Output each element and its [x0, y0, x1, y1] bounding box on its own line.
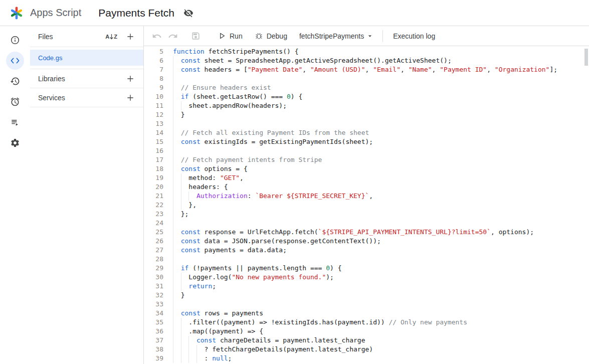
- code-line[interactable]: }: [173, 110, 589, 119]
- code-line[interactable]: .map((payment) => {: [173, 327, 589, 336]
- line-number[interactable]: 19: [144, 173, 173, 183]
- line-number[interactable]: 30: [144, 273, 173, 282]
- line-number[interactable]: 37: [144, 336, 173, 345]
- line-number[interactable]: 36: [144, 327, 173, 336]
- code-line[interactable]: [173, 255, 589, 264]
- code-line[interactable]: // Fetch payment intents from Stripe: [173, 155, 589, 164]
- code-line[interactable]: ? fetchChargeDetails(payment.latest_char…: [173, 345, 589, 354]
- line-number[interactable]: 23: [144, 210, 173, 219]
- code-line[interactable]: },: [173, 201, 589, 210]
- line-number[interactable]: 28: [144, 255, 173, 264]
- add-library-button[interactable]: [124, 73, 136, 85]
- line-number[interactable]: 33: [144, 300, 173, 309]
- line-number[interactable]: 25: [144, 228, 173, 237]
- editor-toolbar: Run Debug fetchStripePayments Execution …: [144, 26, 589, 46]
- line-number[interactable]: 22: [144, 201, 173, 210]
- code-line[interactable]: const existingIds = getExistingPaymentId…: [173, 137, 589, 146]
- line-number[interactable]: 39: [144, 354, 173, 363]
- line-number[interactable]: 24: [144, 219, 173, 228]
- debug-button[interactable]: Debug: [250, 29, 292, 43]
- brand-name[interactable]: Apps Script: [30, 7, 81, 19]
- code-line[interactable]: const payments = data.data;: [173, 246, 589, 255]
- code-token-plain-text: .filter((payment) => !existingIds.has(pa…: [173, 318, 388, 326]
- add-file-button[interactable]: [124, 31, 136, 43]
- line-number[interactable]: 7: [144, 65, 173, 74]
- redo-button[interactable]: [166, 30, 179, 43]
- add-service-button[interactable]: [124, 92, 136, 104]
- line-number[interactable]: 26: [144, 237, 173, 246]
- code-line[interactable]: Authorization: `Bearer ${STRIPE_SECRET_K…: [173, 192, 589, 201]
- code-line[interactable]: return;: [173, 282, 589, 291]
- code-token-string: "Organization": [495, 66, 550, 73]
- save-project-button[interactable]: [189, 30, 202, 43]
- sidebar-item-project-history[interactable]: [6, 72, 24, 90]
- code-line[interactable]: // Fetch all existing Payment IDs from t…: [173, 128, 589, 137]
- line-number[interactable]: 15: [144, 137, 173, 146]
- line-number[interactable]: 14: [144, 128, 173, 137]
- line-number[interactable]: 21: [144, 192, 173, 201]
- code-line[interactable]: [173, 119, 589, 128]
- sort-files-icon[interactable]: AZ: [105, 34, 117, 40]
- apps-script-logo-icon[interactable]: [8, 5, 25, 22]
- code-line[interactable]: // Ensure headers exist: [173, 83, 589, 92]
- code-editor[interactable]: 5678910111213141516171819202122232425262…: [144, 46, 589, 364]
- line-number[interactable]: 20: [144, 183, 173, 192]
- line-number[interactable]: 16: [144, 146, 173, 155]
- code-line[interactable]: method: "GET",: [173, 173, 589, 183]
- code-line[interactable]: };: [173, 210, 589, 219]
- line-number[interactable]: 17: [144, 155, 173, 164]
- code-line[interactable]: if (!payments || payments.length === 0) …: [173, 264, 589, 273]
- file-item-code-gs[interactable]: Code.gs: [30, 50, 143, 66]
- code-line[interactable]: }: [173, 291, 589, 300]
- code-line[interactable]: [173, 74, 589, 83]
- code-line[interactable]: .filter((payment) => !existingIds.has(pa…: [173, 318, 589, 327]
- code-line[interactable]: sheet.appendRow(headers);: [173, 101, 589, 110]
- code-token-string: "Name": [409, 66, 432, 73]
- code-token-string: "Payment ID": [440, 66, 487, 73]
- code-line[interactable]: const data = JSON.parse(response.getCont…: [173, 237, 589, 246]
- code-line[interactable]: const chargeDetails = payment.latest_cha…: [173, 336, 589, 345]
- run-button[interactable]: Run: [213, 29, 248, 43]
- code-line[interactable]: Logger.log("No new payments found.");: [173, 273, 589, 282]
- line-number[interactable]: 9: [144, 83, 173, 92]
- sidebar-item-editor[interactable]: [6, 52, 24, 70]
- line-number[interactable]: 18: [144, 164, 173, 173]
- code-line[interactable]: const response = UrlFetchApp.fetch(`${ST…: [173, 228, 589, 237]
- code-token-plain-text: [173, 138, 181, 145]
- function-selector-dropdown[interactable]: fetchStripePayments: [296, 30, 376, 43]
- code-line[interactable]: const rows = payments: [173, 309, 589, 318]
- line-number[interactable]: 13: [144, 119, 173, 128]
- sidebar-item-triggers[interactable]: [6, 93, 24, 111]
- line-number[interactable]: 10: [144, 92, 173, 101]
- sidebar-item-executions[interactable]: [6, 113, 24, 131]
- line-number[interactable]: 35: [144, 318, 173, 327]
- line-number[interactable]: 27: [144, 246, 173, 255]
- code-line[interactable]: : null;: [173, 354, 589, 363]
- line-number[interactable]: 31: [144, 282, 173, 291]
- code-line[interactable]: function fetchStripePayments() {: [173, 47, 589, 56]
- execution-log-button[interactable]: Execution log: [389, 30, 439, 43]
- line-number[interactable]: 5: [144, 47, 173, 56]
- code-lines[interactable]: function fetchStripePayments() { const s…: [173, 47, 589, 364]
- code-line[interactable]: if (sheet.getLastRow() === 0) {: [173, 92, 589, 101]
- line-number[interactable]: 8: [144, 74, 173, 83]
- sidebar-item-project-settings[interactable]: [6, 134, 24, 152]
- line-number[interactable]: 6: [144, 56, 173, 65]
- line-number[interactable]: 34: [144, 309, 173, 318]
- project-title[interactable]: Payments Fetch: [98, 7, 174, 19]
- line-number[interactable]: 11: [144, 101, 173, 110]
- code-line[interactable]: const sheet = SpreadsheetApp.getActiveSp…: [173, 56, 589, 65]
- code-line[interactable]: [173, 300, 589, 309]
- code-line[interactable]: [173, 146, 589, 155]
- undo-button[interactable]: [150, 30, 163, 43]
- line-number[interactable]: 38: [144, 345, 173, 354]
- line-number[interactable]: 32: [144, 291, 173, 300]
- code-line[interactable]: const options = {: [173, 164, 589, 173]
- code-line[interactable]: [173, 219, 589, 228]
- line-number[interactable]: 29: [144, 264, 173, 273]
- code-line[interactable]: headers: {: [173, 183, 589, 192]
- sidebar-item-overview[interactable]: [6, 31, 24, 49]
- code-line[interactable]: const headers = ["Payment Date", "Amount…: [173, 65, 589, 74]
- line-number[interactable]: 12: [144, 110, 173, 119]
- scrollbar-thumb[interactable]: [584, 49, 588, 66]
